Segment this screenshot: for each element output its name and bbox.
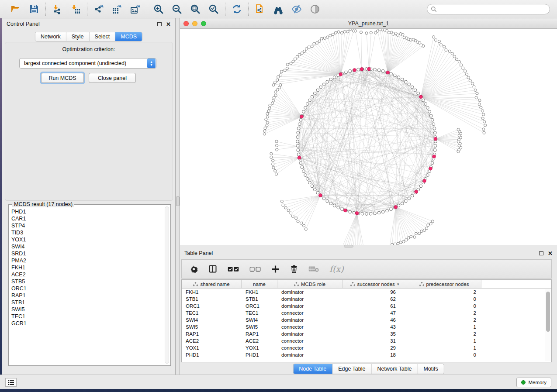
table-row[interactable]: YOX1YOX1connector291 bbox=[182, 344, 551, 351]
cell[interactable]: dominator bbox=[277, 289, 343, 296]
cell[interactable]: SWI5 bbox=[182, 323, 242, 330]
cell[interactable]: ORC1 bbox=[242, 303, 277, 309]
mcds-result-item[interactable]: STB5 bbox=[11, 278, 163, 285]
column-header-predecessor-nodes[interactable]: predecessor nodes bbox=[407, 280, 481, 288]
criterion-select[interactable]: largest connected component (undirected)… bbox=[19, 58, 156, 69]
search-input[interactable] bbox=[427, 4, 550, 14]
column-header-successor-nodes[interactable]: successor nodes▾ bbox=[343, 280, 407, 288]
new-network-from-selection-icon[interactable] bbox=[255, 4, 265, 14]
cell[interactable]: STB1 bbox=[182, 296, 242, 303]
column-header-name[interactable]: name bbox=[242, 280, 277, 288]
tab-node-table[interactable]: Node Table bbox=[293, 364, 332, 374]
table-row[interactable]: FKH1FKH1dominator962 bbox=[182, 289, 551, 296]
tab-network[interactable]: Network bbox=[35, 32, 66, 41]
cell[interactable]: connector bbox=[277, 337, 343, 344]
zoom-out-icon[interactable] bbox=[172, 4, 182, 14]
cell[interactable]: FKH1 bbox=[242, 289, 277, 296]
window-minimize-button[interactable] bbox=[192, 21, 197, 26]
show-columns-icon[interactable] bbox=[208, 265, 217, 273]
mcds-result-item[interactable]: SRD1 bbox=[11, 250, 163, 257]
cell[interactable]: TEC1 bbox=[242, 309, 277, 316]
mcds-result-item[interactable]: PMA2 bbox=[11, 257, 163, 264]
run-mcds-button[interactable]: Run MCDS bbox=[41, 73, 84, 83]
export-image-icon[interactable] bbox=[130, 4, 141, 14]
cell[interactable]: 18 bbox=[343, 351, 407, 358]
close-table-panel-icon[interactable]: ✕ bbox=[548, 251, 553, 256]
mcds-result-item[interactable]: STP4 bbox=[11, 222, 163, 229]
zoom-in-icon[interactable] bbox=[153, 4, 164, 14]
table-row[interactable]: RAP1RAP1dominator352 bbox=[182, 330, 551, 337]
cell[interactable]: RAP1 bbox=[242, 330, 277, 337]
cell[interactable]: dominator bbox=[277, 351, 343, 358]
cell[interactable]: connector bbox=[277, 344, 343, 351]
network-view-canvas[interactable] bbox=[180, 29, 557, 245]
task-history-button[interactable] bbox=[5, 378, 17, 387]
table-scrollbar-thumb[interactable] bbox=[546, 292, 550, 332]
table-row[interactable]: SWI5SWI5connector431 bbox=[182, 323, 551, 330]
memory-button[interactable]: Memory bbox=[516, 378, 551, 387]
cell[interactable]: 29 bbox=[343, 344, 407, 351]
export-table-icon[interactable] bbox=[112, 4, 122, 14]
tab-network-table[interactable]: Network Table bbox=[371, 364, 418, 374]
network-graph[interactable] bbox=[180, 29, 557, 245]
mcds-result-item[interactable]: ORC1 bbox=[11, 285, 163, 292]
mcds-result-item[interactable]: PHD1 bbox=[11, 208, 163, 215]
cell[interactable]: 2 bbox=[407, 289, 481, 296]
table-settings-icon[interactable] bbox=[190, 265, 198, 273]
cell[interactable]: 1 bbox=[407, 344, 481, 351]
cell[interactable]: 62 bbox=[343, 296, 407, 303]
mcds-result-scrollbar[interactable] bbox=[165, 206, 169, 364]
cell[interactable]: PHD1 bbox=[182, 351, 242, 358]
cell[interactable]: SWI4 bbox=[242, 316, 277, 323]
window-close-button[interactable] bbox=[183, 21, 189, 26]
mcds-result-item[interactable]: CAR1 bbox=[11, 215, 163, 222]
vertical-splitter[interactable] bbox=[176, 18, 180, 375]
add-column-icon[interactable] bbox=[271, 265, 280, 273]
table-row[interactable]: ORC1ORC1dominator610 bbox=[182, 303, 551, 309]
cell[interactable]: SWI4 bbox=[182, 316, 242, 323]
cell[interactable]: 2 bbox=[407, 330, 481, 337]
cell[interactable]: FKH1 bbox=[182, 289, 242, 296]
tab-select[interactable]: Select bbox=[89, 32, 115, 41]
mcds-result-item[interactable]: FKH1 bbox=[11, 264, 163, 271]
table-row[interactable]: SWI4SWI4dominator462 bbox=[182, 316, 551, 323]
mcds-result-item[interactable]: YOX1 bbox=[11, 236, 163, 243]
cell[interactable]: 35 bbox=[343, 330, 407, 337]
tab-motifs[interactable]: Motifs bbox=[417, 364, 443, 374]
cell[interactable]: YOX1 bbox=[182, 344, 242, 351]
zoom-selected-icon[interactable] bbox=[208, 4, 219, 14]
close-panel-icon[interactable]: ✕ bbox=[166, 21, 171, 27]
table-row[interactable]: PHD1PHD1dominator180 bbox=[182, 351, 551, 358]
cell[interactable]: 0 bbox=[407, 351, 481, 358]
tab-mcds[interactable]: MCDS bbox=[115, 32, 142, 41]
cell[interactable]: 2 bbox=[407, 309, 481, 316]
close-panel-button[interactable]: Close panel bbox=[89, 73, 136, 83]
window-zoom-button[interactable] bbox=[201, 21, 206, 26]
column-header-MCDS-role[interactable]: MCDS role bbox=[277, 280, 343, 288]
unselect-all-columns-icon[interactable] bbox=[249, 266, 261, 272]
cell[interactable]: connector bbox=[277, 309, 343, 316]
float-table-panel-icon[interactable] bbox=[539, 251, 543, 255]
tab-style[interactable]: Style bbox=[66, 32, 89, 41]
mcds-result-item[interactable]: SWI5 bbox=[11, 306, 163, 313]
eye-icon[interactable] bbox=[310, 4, 320, 14]
cell[interactable]: PHD1 bbox=[242, 351, 277, 358]
mcds-result-list[interactable]: PHD1CAR1STP4TID3YOX1SWI4SRD1PMA2FKH1ACE2… bbox=[11, 208, 163, 364]
cell[interactable]: connector bbox=[277, 323, 343, 330]
table-scrollbar[interactable] bbox=[545, 289, 550, 361]
table-row[interactable]: STB1STB1dominator620 bbox=[182, 296, 551, 303]
table-row[interactable]: ACE2ACE2connector311 bbox=[182, 337, 551, 344]
import-network-icon[interactable] bbox=[52, 4, 62, 14]
cell[interactable]: dominator bbox=[277, 303, 343, 309]
cell[interactable]: STB1 bbox=[242, 296, 277, 303]
cell[interactable]: 43 bbox=[343, 323, 407, 330]
cell[interactable]: ORC1 bbox=[182, 303, 242, 309]
mcds-result-item[interactable]: GCR1 bbox=[11, 320, 163, 327]
vertical-splitter-handle[interactable] bbox=[176, 196, 180, 206]
export-network-icon[interactable] bbox=[93, 4, 104, 14]
mcds-result-item[interactable]: STB1 bbox=[11, 299, 163, 306]
mcds-result-item[interactable]: SWI4 bbox=[11, 243, 163, 250]
mcds-result-item[interactable]: RAP1 bbox=[11, 292, 163, 299]
cell[interactable]: SWI5 bbox=[242, 323, 277, 330]
float-panel-icon[interactable] bbox=[157, 22, 162, 26]
